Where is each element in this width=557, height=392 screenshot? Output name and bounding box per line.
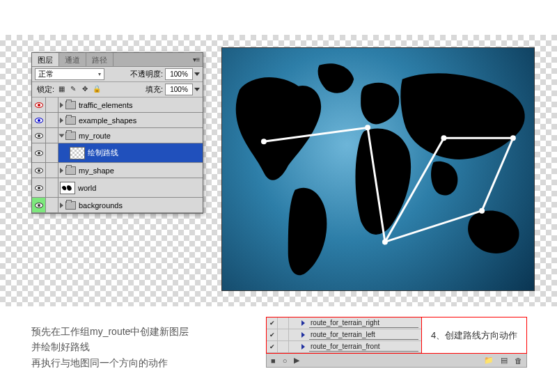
expand-icon[interactable] <box>60 118 63 123</box>
link-box[interactable] <box>46 97 58 112</box>
link-box[interactable] <box>46 198 58 212</box>
folder-icon <box>65 116 76 125</box>
instruction-line-2: 并绘制好路线 <box>31 339 189 354</box>
layer-world[interactable]: world <box>32 178 203 198</box>
action-row-left[interactable]: ✔ route_for_terrain_left <box>267 329 421 341</box>
action-check-icon[interactable]: ✔ <box>267 317 278 329</box>
opacity-dropdown-icon[interactable] <box>194 72 200 76</box>
blend-row: 正常 ▾ 不透明度: 100% <box>32 67 203 82</box>
panel-menu-icon[interactable]: ▾≡ <box>190 53 203 66</box>
link-box[interactable] <box>46 178 58 197</box>
collapse-icon[interactable] <box>59 134 65 137</box>
layer-thumbnail <box>70 147 85 159</box>
fill-label: 填充: <box>146 84 163 95</box>
expand-icon[interactable] <box>60 203 63 208</box>
layers-panel: 图层 通道 路径 ▾≡ 正常 ▾ 不透明度: 100% 锁定: ▦ ✎ ✥ 🔒 … <box>31 52 203 214</box>
callout-text: 4、创建路线方向动作 <box>422 317 526 353</box>
svg-point-2 <box>441 135 446 141</box>
eye-icon <box>35 150 43 156</box>
visibility-toggle[interactable] <box>32 163 46 178</box>
visibility-toggle[interactable] <box>32 113 46 127</box>
actions-callout-box: ✔ route_for_terrain_right ✔ route_for_te… <box>266 317 527 354</box>
actions-list: ✔ route_for_terrain_right ✔ route_for_te… <box>267 317 422 353</box>
action-check-icon[interactable]: ✔ <box>267 329 278 340</box>
visibility-toggle[interactable] <box>32 97 46 112</box>
action-dialog-toggle[interactable] <box>278 329 289 340</box>
lock-label: 锁定: <box>37 84 54 95</box>
visibility-toggle[interactable] <box>32 128 46 143</box>
layer-group-my-route[interactable]: my_route <box>32 128 203 143</box>
stop-icon[interactable]: ■ <box>271 356 276 365</box>
layer-name: my_shape <box>79 166 114 175</box>
eye-icon <box>35 203 43 208</box>
lock-row: 锁定: ▦ ✎ ✥ 🔒 填充: 100% <box>32 82 203 97</box>
folder-icon <box>65 132 76 140</box>
record-icon[interactable]: ○ <box>283 356 288 365</box>
blend-mode-value: 正常 <box>38 69 54 79</box>
folder-icon <box>65 201 76 210</box>
layer-group-example-shapes[interactable]: example_shapes <box>32 113 203 128</box>
layer-name: 绘制路线 <box>88 148 118 158</box>
visibility-toggle[interactable] <box>32 178 46 197</box>
layer-name: example_shapes <box>79 116 136 125</box>
svg-point-4 <box>479 208 485 214</box>
chevron-down-icon: ▾ <box>98 69 101 79</box>
visibility-toggle[interactable] <box>32 143 46 162</box>
action-dialog-toggle[interactable] <box>278 317 289 329</box>
eye-icon <box>35 102 43 108</box>
new-action-icon[interactable]: ▤ <box>501 356 508 365</box>
fill-input[interactable]: 100% <box>165 84 193 95</box>
world-map-canvas <box>221 47 535 291</box>
tab-channels[interactable]: 通道 <box>59 53 86 66</box>
link-box[interactable] <box>46 143 58 162</box>
action-row-right[interactable]: ✔ route_for_terrain_right <box>267 317 421 329</box>
svg-point-1 <box>365 125 370 130</box>
action-name: route_for_terrain_left <box>309 331 418 340</box>
fill-dropdown-icon[interactable] <box>194 88 200 91</box>
new-set-icon[interactable]: 📁 <box>484 356 494 365</box>
trash-icon[interactable]: 🗑 <box>515 356 522 365</box>
layer-group-traffic-elements[interactable]: traffic_elements <box>32 97 203 113</box>
expand-icon[interactable] <box>301 320 305 326</box>
layer-list: traffic_elements example_shapes my_route <box>32 97 203 213</box>
expand-icon[interactable] <box>60 102 63 108</box>
lock-move-icon[interactable]: ✥ <box>80 85 90 95</box>
play-icon[interactable]: ▶ <box>294 356 299 365</box>
action-dialog-toggle[interactable] <box>278 341 289 352</box>
action-name: route_for_terrain_front <box>309 343 418 352</box>
layer-name: world <box>78 184 96 192</box>
link-box[interactable] <box>46 163 58 178</box>
link-box[interactable] <box>46 113 58 127</box>
visibility-toggle[interactable] <box>32 198 46 212</box>
instruction-line-1: 预先在工作组my_route中创建新图层 <box>31 324 189 339</box>
panel-tabs: 图层 通道 路径 ▾≡ <box>32 53 203 67</box>
lock-all-icon[interactable]: 🔒 <box>92 85 102 95</box>
eye-icon <box>35 168 43 173</box>
layer-group-my-shape[interactable]: my_shape <box>32 163 203 178</box>
eye-icon <box>35 133 43 139</box>
eye-icon <box>35 118 43 123</box>
expand-icon[interactable] <box>301 332 305 338</box>
blend-mode-select[interactable]: 正常 ▾ <box>35 68 104 80</box>
folder-icon <box>65 166 76 175</box>
action-name: route_for_terrain_right <box>309 319 418 328</box>
link-box[interactable] <box>46 128 58 143</box>
opacity-input[interactable]: 100% <box>165 68 193 80</box>
layer-name: backgrounds <box>79 201 123 210</box>
svg-point-3 <box>510 135 516 141</box>
lock-icons: ▦ ✎ ✥ 🔒 <box>56 84 102 95</box>
layer-group-backgrounds[interactable]: backgrounds <box>32 198 203 213</box>
expand-icon[interactable] <box>301 344 305 350</box>
expand-icon[interactable] <box>60 168 63 173</box>
tab-layers[interactable]: 图层 <box>32 53 59 66</box>
layer-draw-route[interactable]: 绘制路线 <box>32 143 203 163</box>
action-check-icon[interactable]: ✔ <box>267 341 278 352</box>
actions-toolbar: ■ ○ ▶ 📁 ▤ 🗑 <box>266 354 527 368</box>
action-row-front[interactable]: ✔ route_for_terrain_front <box>267 341 421 353</box>
world-map-svg <box>222 48 534 290</box>
eye-icon <box>35 185 43 191</box>
lock-paint-icon[interactable]: ✎ <box>68 85 78 95</box>
tab-paths[interactable]: 路径 <box>86 53 113 66</box>
lock-transparency-icon[interactable]: ▦ <box>56 85 66 95</box>
svg-point-0 <box>261 139 267 144</box>
